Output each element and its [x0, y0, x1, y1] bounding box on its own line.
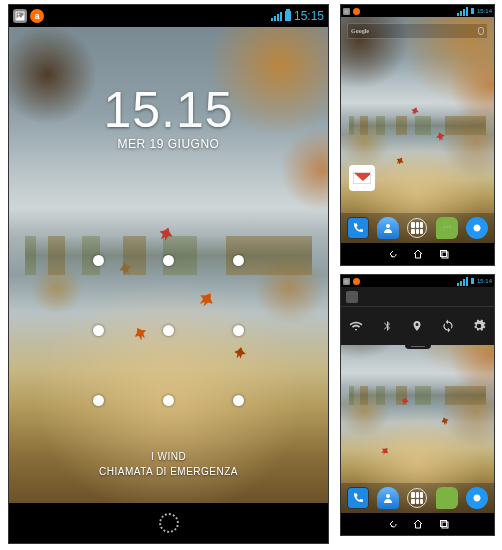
panel-drag-handle[interactable] — [405, 345, 431, 349]
status-notifications: a — [13, 9, 44, 23]
browser-app-icon[interactable] — [466, 217, 488, 239]
pattern-unlock[interactable] — [64, 225, 274, 435]
qs-header[interactable] — [341, 287, 494, 307]
contacts-app-icon[interactable] — [377, 487, 399, 509]
clock-hours: 15 — [103, 82, 161, 138]
updates-notification-icon: a — [30, 9, 44, 23]
sync-toggle[interactable] — [439, 317, 457, 335]
wifi-toggle[interactable] — [347, 317, 365, 335]
phone-homescreen: ▣ 15:14 Google — [340, 4, 495, 266]
pattern-dot[interactable] — [64, 365, 134, 435]
status-notifications: ▣ — [343, 278, 360, 285]
nav-recent-button[interactable] — [431, 243, 457, 265]
clock-date: MER 19 GIUGNO — [9, 137, 328, 151]
settings-toggle[interactable] — [470, 317, 488, 335]
pattern-dot[interactable] — [204, 225, 274, 295]
clock-separator: . — [161, 82, 176, 138]
pattern-dot[interactable] — [204, 295, 274, 365]
pattern-dot[interactable] — [204, 365, 274, 435]
nav-recent-button[interactable] — [431, 513, 457, 535]
svg-rect-6 — [440, 521, 446, 527]
contacts-app-icon[interactable] — [377, 217, 399, 239]
mic-icon[interactable] — [478, 27, 484, 35]
google-search-widget[interactable]: Google — [347, 23, 488, 39]
status-clock: 15:14 — [477, 8, 492, 14]
clock-minutes: 15 — [176, 82, 234, 138]
pattern-dot[interactable] — [134, 225, 204, 295]
svg-point-2 — [386, 224, 390, 228]
home-screen[interactable]: Google — [341, 17, 494, 243]
gallery-notification-icon: ▣ — [343, 8, 350, 15]
lock-clock[interactable]: 15.15 MER 19 GIUGNO — [9, 85, 328, 151]
messaging-app-icon[interactable] — [436, 487, 458, 509]
status-system: 15:14 — [457, 7, 492, 16]
signal-icon — [457, 7, 468, 16]
gmail-icon — [353, 172, 371, 184]
qs-toggle-row — [341, 307, 494, 345]
gallery-notification-icon — [13, 9, 27, 23]
svg-rect-4 — [442, 252, 448, 258]
app-drawer-icon[interactable] — [406, 217, 428, 239]
signal-icon — [457, 277, 468, 286]
status-bar: a 15:15 — [9, 5, 328, 27]
status-clock: 15:14 — [477, 278, 492, 284]
messaging-app-icon[interactable] — [436, 217, 458, 239]
svg-rect-3 — [440, 251, 446, 257]
phone-quicksettings: ▣ 15:14 — [340, 274, 495, 536]
pattern-dot[interactable] — [134, 295, 204, 365]
svg-point-5 — [386, 494, 390, 498]
gmail-app-icon[interactable] — [349, 165, 375, 191]
battery-icon — [471, 9, 474, 14]
dock — [341, 483, 494, 513]
phone-app-icon[interactable] — [347, 217, 369, 239]
battery-icon — [285, 11, 291, 21]
updates-notification-icon — [353, 8, 360, 15]
browser-app-icon[interactable] — [466, 487, 488, 509]
nav-home-button[interactable] — [405, 513, 431, 535]
signal-icon — [271, 12, 282, 21]
status-bar: ▣ 15:14 — [341, 5, 494, 17]
status-clock: 15:15 — [294, 9, 324, 23]
phone-app-icon[interactable] — [347, 487, 369, 509]
pattern-dot[interactable] — [64, 225, 134, 295]
status-bar: ▣ 15:14 — [341, 275, 494, 287]
gallery-notification-icon: ▣ — [343, 278, 350, 285]
nav-home-button[interactable] — [405, 243, 431, 265]
autumn-wallpaper — [341, 17, 494, 243]
user-avatar-icon[interactable] — [346, 291, 358, 303]
lock-screen[interactable]: 15.15 MER 19 GIUGNO I WIND CHIAMATA DI E… — [9, 27, 328, 503]
navigation-bar — [341, 513, 494, 535]
nav-back-button[interactable] — [379, 243, 405, 265]
phone-lockscreen: a 15:15 15.15 MER 19 GIUGNO — [8, 4, 329, 544]
pattern-dot[interactable] — [64, 295, 134, 365]
status-notifications: ▣ — [343, 8, 360, 15]
quick-settings-panel[interactable] — [341, 287, 494, 345]
navigation-bar — [341, 243, 494, 265]
google-logo: Google — [351, 28, 369, 34]
app-drawer-icon[interactable] — [406, 487, 428, 509]
unlock-hint-icon[interactable] — [144, 503, 194, 543]
status-system: 15:15 — [271, 9, 324, 23]
location-toggle[interactable] — [408, 317, 426, 335]
emergency-call[interactable]: CHIAMATA DI EMERGENZA — [9, 464, 328, 479]
navigation-bar — [9, 503, 328, 543]
dock — [341, 213, 494, 243]
carrier-info: I WIND CHIAMATA DI EMERGENZA — [9, 449, 328, 479]
carrier-name: I WIND — [9, 449, 328, 464]
battery-icon — [471, 279, 474, 284]
bluetooth-toggle[interactable] — [378, 317, 396, 335]
nav-back-button[interactable] — [379, 513, 405, 535]
pattern-dot[interactable] — [134, 365, 204, 435]
svg-rect-7 — [442, 522, 448, 528]
status-system: 15:14 — [457, 277, 492, 286]
updates-notification-icon — [353, 278, 360, 285]
home-screen-with-panel[interactable] — [341, 287, 494, 513]
svg-point-1 — [18, 14, 20, 16]
